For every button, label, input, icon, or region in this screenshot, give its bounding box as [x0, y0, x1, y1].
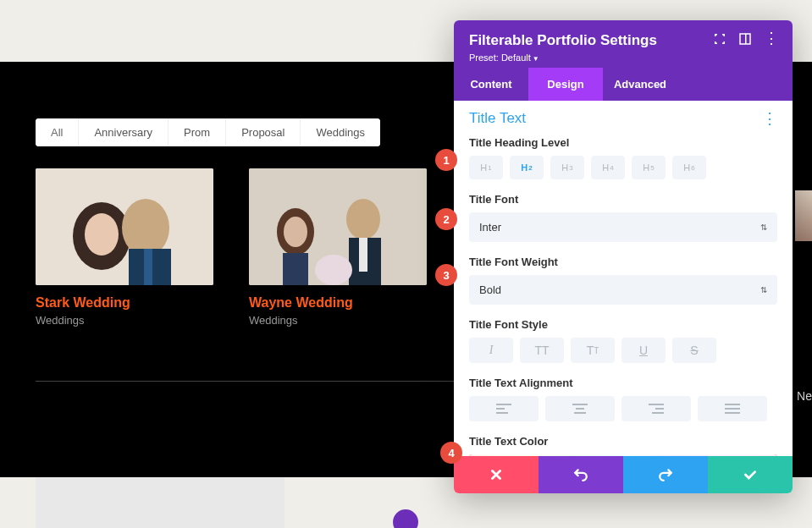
card-category: Weddings: [249, 314, 427, 327]
tab-design[interactable]: Design: [528, 68, 603, 101]
card-thumbnail: [249, 168, 427, 285]
redo-button[interactable]: [623, 456, 708, 493]
annotation-badge-2: 2: [435, 208, 457, 230]
weight-select[interactable]: Bold ⇅: [469, 275, 777, 305]
heading-h6[interactable]: H6: [672, 156, 706, 179]
panel-body: Title Text ⋮ Title Heading Level H1 H2 H…: [454, 101, 793, 493]
discard-button[interactable]: [454, 456, 539, 493]
align-right-button[interactable]: [621, 396, 691, 421]
image-sliver: [795, 190, 812, 241]
filter-weddings[interactable]: Weddings: [301, 118, 380, 146]
panel-header[interactable]: Filterable Portfolio Settings Preset: De…: [454, 20, 793, 68]
svg-rect-9: [283, 253, 308, 285]
filter-anniversary[interactable]: Anniversary: [79, 118, 168, 146]
panel-action-bar: [454, 456, 793, 493]
italic-button[interactable]: I: [469, 338, 513, 363]
weight-label: Title Font Weight: [469, 256, 777, 268]
font-value: Inter: [479, 221, 501, 234]
annotation-badge-3: 3: [435, 264, 457, 286]
panel-tabs: Content Design Advanced: [454, 68, 793, 101]
floating-action-dot[interactable]: [393, 509, 418, 528]
heading-level-group: H1 H2 H3 H4 H5 H6: [469, 156, 777, 179]
section-kebab-icon[interactable]: ⋮: [762, 109, 777, 128]
weight-value: Bold: [479, 283, 501, 296]
settings-panel: Filterable Portfolio Settings Preset: De…: [454, 20, 793, 493]
font-label: Title Font: [469, 193, 777, 206]
align-justify-button[interactable]: [698, 396, 767, 421]
heading-level-label: Title Heading Level: [469, 136, 777, 149]
preset-selector[interactable]: Preset: Default▼: [469, 52, 657, 63]
card-category: Weddings: [36, 314, 213, 327]
svg-rect-12: [359, 238, 367, 272]
heading-h4[interactable]: H4: [591, 156, 625, 179]
underline-button[interactable]: U: [621, 338, 666, 363]
panel-title: Filterable Portfolio Settings: [469, 32, 657, 49]
portfolio-card[interactable]: Stark Wedding Weddings: [36, 168, 213, 327]
strikethrough-button[interactable]: S: [672, 338, 716, 363]
heading-h2[interactable]: H2: [510, 156, 544, 179]
heading-h1[interactable]: H1: [469, 156, 503, 179]
filter-all[interactable]: All: [36, 118, 79, 146]
heading-h5[interactable]: H5: [632, 156, 666, 179]
svg-rect-5: [144, 249, 152, 285]
annotation-badge-4: 4: [440, 442, 462, 464]
caret-down-icon: ▼: [533, 55, 539, 63]
card-thumbnail: [36, 168, 213, 285]
filter-proposal[interactable]: Proposal: [226, 118, 301, 146]
tab-advanced[interactable]: Advanced: [603, 68, 677, 101]
svg-point-13: [315, 255, 352, 285]
section-title[interactable]: Title Text: [469, 110, 526, 127]
snap-icon[interactable]: [738, 32, 752, 46]
annotation-badge-1: 1: [435, 149, 457, 171]
color-label: Title Text Color: [469, 435, 777, 448]
align-left-button[interactable]: [469, 396, 539, 421]
style-group: I TT TT U S: [469, 338, 777, 363]
filter-prom[interactable]: Prom: [168, 118, 226, 146]
svg-point-8: [284, 217, 307, 247]
card-title: Stark Wedding: [36, 295, 213, 311]
svg-point-3: [122, 199, 169, 256]
align-center-button[interactable]: [545, 396, 615, 421]
filter-bar: All Anniversary Prom Proposal Weddings: [36, 118, 380, 146]
kebab-menu-icon[interactable]: ⋮: [764, 32, 777, 46]
heading-h3[interactable]: H3: [550, 156, 584, 179]
font-select[interactable]: Inter ⇅: [469, 212, 777, 242]
tab-content[interactable]: Content: [454, 68, 528, 101]
svg-point-2: [85, 213, 119, 256]
select-caret-icon: ⇅: [760, 285, 767, 294]
card-title: Wayne Wedding: [249, 295, 427, 311]
smallcaps-button[interactable]: TT: [571, 338, 615, 363]
uppercase-button[interactable]: TT: [520, 338, 564, 363]
svg-rect-15: [745, 34, 747, 44]
save-button[interactable]: [708, 456, 793, 493]
alignment-label: Title Text Alignment: [469, 377, 777, 389]
expand-icon[interactable]: [713, 32, 726, 46]
portfolio-card[interactable]: Wayne Wedding Weddings: [249, 168, 427, 327]
svg-point-10: [346, 199, 380, 239]
undo-button[interactable]: [539, 456, 623, 493]
next-link-fragment[interactable]: Ne: [797, 389, 812, 403]
select-caret-icon: ⇅: [760, 223, 767, 232]
thumbnail-placeholder: [36, 477, 284, 528]
style-label: Title Font Style: [469, 318, 777, 331]
alignment-group: [469, 396, 777, 421]
